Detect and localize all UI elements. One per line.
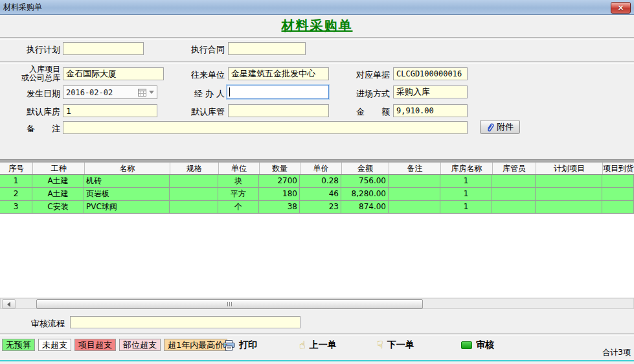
table-cell[interactable]: 180 bbox=[259, 188, 300, 201]
page-title: 材料采购单 bbox=[0, 17, 634, 34]
column-header[interactable]: 单价 bbox=[300, 163, 341, 174]
audit-button-label: 审核 bbox=[476, 339, 494, 351]
table-cell[interactable] bbox=[602, 188, 634, 201]
handler-input[interactable] bbox=[227, 85, 329, 99]
legend-badge: 无预算 bbox=[2, 339, 35, 351]
warehouse-label: 默认库房 bbox=[0, 106, 60, 118]
column-header[interactable]: 名称 bbox=[84, 163, 170, 174]
warehouse-input[interactable] bbox=[63, 104, 157, 117]
legend-badge: 部位超支 bbox=[119, 339, 161, 351]
table-cell[interactable] bbox=[170, 201, 218, 214]
table-cell[interactable]: 块 bbox=[218, 175, 259, 188]
table-cell[interactable]: 2 bbox=[0, 188, 32, 201]
table-cell[interactable]: PVC球阀 bbox=[84, 201, 170, 214]
scrollbar-grip-icon bbox=[229, 302, 230, 306]
table-cell[interactable]: 1 bbox=[440, 201, 492, 214]
table-cell[interactable] bbox=[389, 175, 440, 188]
table-cell[interactable] bbox=[492, 201, 536, 214]
table-cell[interactable]: 机砖 bbox=[84, 175, 170, 188]
exec-contract-input[interactable] bbox=[228, 42, 306, 55]
table-cell[interactable]: 23 bbox=[300, 201, 341, 214]
window-titlebar[interactable]: 材料采购单 × bbox=[0, 0, 634, 15]
column-header[interactable]: 工种 bbox=[32, 163, 84, 174]
date-input[interactable]: 2016-02-02 bbox=[63, 85, 157, 99]
table-cell[interactable] bbox=[389, 188, 440, 201]
doc-input[interactable] bbox=[393, 67, 468, 80]
column-header[interactable]: 规格 bbox=[170, 163, 218, 174]
column-header[interactable]: 单位 bbox=[218, 163, 259, 174]
table-cell[interactable]: A土建 bbox=[32, 175, 84, 188]
table-row[interactable]: 3C安装PVC球阀个3823874.001 bbox=[0, 201, 634, 214]
hand-up-icon: ☝ bbox=[299, 340, 306, 350]
horizontal-scrollbar[interactable] bbox=[0, 298, 634, 309]
amount-input[interactable] bbox=[393, 104, 468, 117]
table-cell[interactable] bbox=[536, 175, 602, 188]
column-header[interactable]: 备注 bbox=[389, 163, 440, 174]
table-cell[interactable]: A土建 bbox=[32, 188, 84, 201]
table-cell[interactable]: 2700 bbox=[259, 175, 300, 188]
scrollbar-thumb[interactable] bbox=[36, 299, 423, 309]
next-button-label: 下一单 bbox=[387, 339, 414, 351]
column-header[interactable]: 项目到货 bbox=[602, 163, 634, 174]
table-cell[interactable]: 3 bbox=[0, 201, 32, 214]
print-button[interactable]: 打印 bbox=[223, 339, 257, 351]
table-cell[interactable] bbox=[536, 201, 602, 214]
table-cell[interactable] bbox=[492, 175, 536, 188]
remark-input[interactable] bbox=[63, 121, 468, 134]
doc-label: 对应单据 bbox=[337, 69, 390, 81]
column-header[interactable]: 数量 bbox=[259, 163, 300, 174]
table-cell[interactable]: 平方 bbox=[218, 188, 259, 201]
prev-button[interactable]: ☝ 上一单 bbox=[299, 339, 337, 351]
table-cell[interactable]: C安装 bbox=[32, 201, 84, 214]
paperclip-icon bbox=[486, 122, 494, 132]
text-caret bbox=[229, 87, 230, 97]
keeper-input[interactable] bbox=[228, 104, 329, 117]
column-header[interactable]: 计划项目 bbox=[536, 163, 602, 174]
review-flow-input[interactable] bbox=[70, 316, 300, 328]
table-cell[interactable] bbox=[602, 201, 634, 214]
close-icon: × bbox=[617, 4, 624, 12]
table-cell[interactable] bbox=[602, 175, 634, 188]
entry-input[interactable] bbox=[393, 85, 468, 98]
exec-plan-input[interactable] bbox=[63, 42, 144, 55]
close-button[interactable]: × bbox=[611, 2, 631, 14]
table-cell[interactable]: 46 bbox=[300, 188, 341, 201]
column-header[interactable]: 库管员 bbox=[492, 163, 536, 174]
attach-button[interactable]: 附件 bbox=[480, 120, 520, 134]
window-title: 材料采购单 bbox=[3, 2, 42, 13]
column-header[interactable]: 金额 bbox=[341, 163, 389, 174]
divider-form bbox=[0, 62, 634, 64]
date-dropdown-icon[interactable] bbox=[149, 91, 154, 94]
table-cell[interactable]: 874.00 bbox=[341, 201, 389, 214]
table-cell[interactable]: 756.00 bbox=[341, 175, 389, 188]
table-cell[interactable] bbox=[536, 188, 602, 201]
table-cell[interactable]: 1 bbox=[440, 188, 492, 201]
table-row[interactable]: 2A土建页岩板平方180468,280.001 bbox=[0, 188, 634, 201]
table-cell[interactable]: 8,280.00 bbox=[341, 188, 389, 201]
table-cell[interactable]: 个 bbox=[218, 201, 259, 214]
entry-label: 进场方式 bbox=[337, 88, 390, 100]
prev-button-label: 上一单 bbox=[310, 339, 337, 351]
table-row[interactable]: 1A土建机砖块27000.28756.001 bbox=[0, 175, 634, 188]
project-input[interactable] bbox=[63, 67, 164, 80]
audit-button[interactable]: 审核 bbox=[461, 339, 494, 351]
hand-down-icon: ☟ bbox=[377, 340, 383, 350]
table-cell[interactable] bbox=[170, 188, 218, 201]
column-header[interactable]: 库房名称 bbox=[440, 163, 492, 174]
table-cell[interactable]: 0.28 bbox=[300, 175, 341, 188]
scroll-left-button[interactable] bbox=[2, 299, 16, 309]
table-cell[interactable]: 1 bbox=[0, 175, 32, 188]
next-button[interactable]: ☟ 下一单 bbox=[377, 339, 414, 351]
table-cell[interactable]: 38 bbox=[259, 201, 300, 214]
attach-button-label: 附件 bbox=[497, 121, 514, 133]
column-header[interactable]: 序号 bbox=[0, 163, 32, 174]
table-body: 1A土建机砖块27000.28756.0012A土建页岩板平方180468,28… bbox=[0, 175, 634, 214]
print-button-label: 打印 bbox=[239, 339, 257, 351]
table-cell[interactable] bbox=[389, 201, 440, 214]
table-cell[interactable]: 1 bbox=[440, 175, 492, 188]
table-cell[interactable]: 页岩板 bbox=[84, 188, 170, 201]
scroll-left-icon bbox=[7, 302, 10, 307]
table-cell[interactable] bbox=[492, 188, 536, 201]
table-cell[interactable] bbox=[170, 175, 218, 188]
contact-input[interactable] bbox=[228, 67, 329, 80]
